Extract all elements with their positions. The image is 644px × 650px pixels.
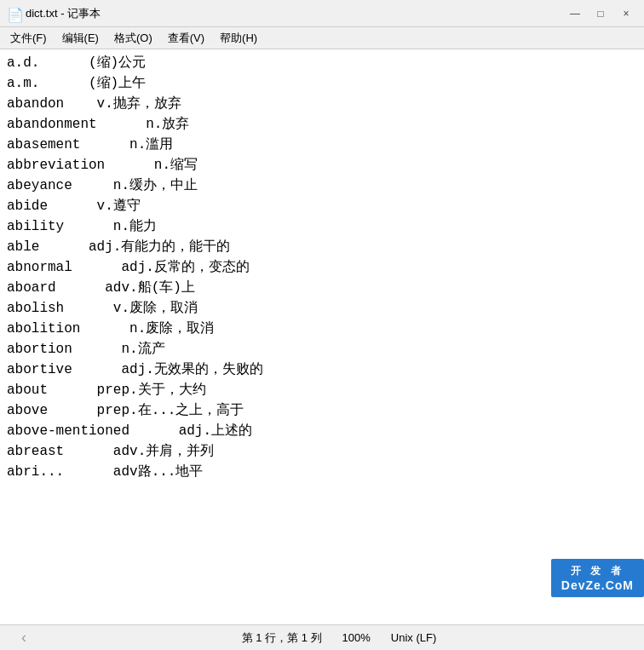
scroll-left-arrow[interactable]: ‹: [21, 629, 26, 647]
title-bar-controls: — □ ×: [564, 5, 637, 22]
menu-item-e[interactable]: 编辑(E): [55, 29, 106, 48]
scroll-indicator: ‹: [7, 629, 41, 647]
title-bar-left: 📄 dict.txt - 记事本: [7, 6, 101, 21]
app-icon: 📄: [7, 7, 20, 20]
minimize-button[interactable]: —: [564, 5, 586, 22]
watermark: 开 发 者 DevZe.CoM: [551, 559, 644, 597]
menu-item-f[interactable]: 文件(F): [3, 29, 54, 48]
watermark-bottom: DevZe.CoM: [561, 578, 634, 592]
menu-item-o[interactable]: 格式(O): [107, 29, 159, 48]
maximize-button[interactable]: □: [589, 5, 612, 22]
watermark-top: 开 发 者: [561, 564, 634, 578]
editor-area[interactable]: a.d. (缩)公元 a.m. (缩)上午 abandon v.抛弃，放弃 ab…: [0, 49, 644, 624]
cursor-position: 第 1 行，第 1 列: [242, 630, 322, 646]
zoom-level: 100%: [342, 631, 371, 644]
menu-item-v[interactable]: 查看(V): [161, 29, 211, 48]
menu-item-h[interactable]: 帮助(H): [213, 29, 264, 48]
menu-bar: 文件(F)编辑(E)格式(O)查看(V)帮助(H): [0, 27, 644, 49]
line-ending: Unix (LF): [391, 631, 436, 644]
title-bar: 📄 dict.txt - 记事本 — □ ×: [0, 0, 644, 27]
status-bar-center: 第 1 行，第 1 列 100% Unix (LF): [41, 630, 637, 646]
close-button[interactable]: ×: [615, 5, 637, 22]
window-title: dict.txt - 记事本: [26, 6, 101, 21]
editor-content: a.d. (缩)公元 a.m. (缩)上午 abandon v.抛弃，放弃 ab…: [7, 53, 637, 482]
status-bar: ‹ 第 1 行，第 1 列 100% Unix (LF): [0, 624, 644, 650]
